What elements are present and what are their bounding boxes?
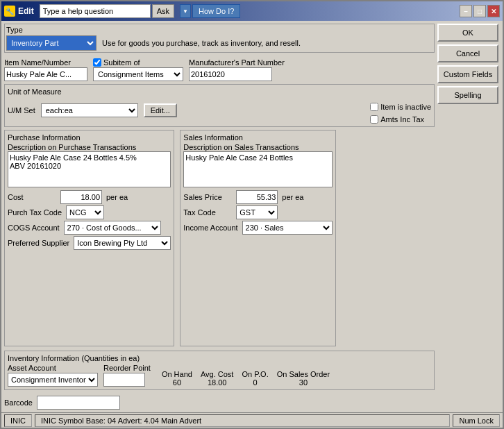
window-controls: – □ ✕	[460, 5, 500, 17]
purchase-title: Purchase Information	[8, 133, 171, 142]
item-name-group: Item Name/Number	[4, 58, 87, 81]
item-name-label: Item Name/Number	[4, 58, 87, 67]
inactive-checkbox[interactable]	[370, 103, 378, 111]
reorder-label: Reorder Point	[103, 364, 151, 372]
sales-section: Sales Information Description on Sales T…	[180, 130, 335, 346]
cost-label: Cost	[8, 193, 56, 201]
minimize-button[interactable]: –	[460, 5, 472, 17]
uom-section-label: Unit of Measure	[8, 87, 62, 96]
status-segment-1: INIC	[4, 414, 32, 427]
inactive-checkbox-label: Item is inactive	[370, 103, 431, 111]
ask-button[interactable]: Ask	[152, 4, 174, 18]
cost-unit: per ea	[106, 193, 128, 201]
cogs-row: COGS Account 270 · Cost of Goods...	[8, 221, 171, 235]
purch-tax-select[interactable]: NCG	[66, 205, 104, 219]
supplier-select[interactable]: Icon Brewing Pty Ltd	[74, 236, 171, 250]
item-name-row: Item Name/Number Subitem of Consignment …	[4, 58, 435, 81]
inventory-title: Inventory Information (Quantities in ea)	[8, 354, 140, 362]
sales-price-unit: per ea	[282, 193, 303, 201]
app-icon: 🔧	[4, 6, 15, 17]
sales-title: Sales Information	[183, 133, 332, 142]
status-segment-3: Num Lock	[453, 414, 500, 427]
supplier-row: Preferred Supplier Icon Brewing Pty Ltd	[8, 236, 171, 250]
asset-account-label: Asset Account	[8, 364, 98, 372]
type-section: Type Inventory Part Use for goods you pu…	[4, 24, 435, 53]
mfr-input[interactable]	[189, 67, 272, 81]
how-do-i-area: ▼ How Do I?	[180, 4, 240, 18]
subitem-checkbox[interactable]	[93, 58, 101, 67]
main-form: Type Inventory Part Use for goods you pu…	[4, 24, 435, 410]
tax-code-label: Tax Code	[183, 208, 232, 217]
item-name-input[interactable]	[4, 67, 87, 81]
avg-cost-value: 18.00	[208, 378, 227, 387]
title-bar: 🔧 Edit Ask ▼ How Do I? – □ ✕	[1, 1, 503, 21]
type-select[interactable]: Inventory Part	[6, 35, 96, 51]
asset-account-group: Asset Account Consignment Inventory	[8, 364, 98, 387]
sales-price-input[interactable]	[236, 190, 278, 204]
statusbar: INIC INIC Symbol Base: 04 Advert: 4.04 M…	[1, 412, 503, 428]
main-window: 🔧 Edit Ask ▼ How Do I? – □ ✕ Type Invent…	[0, 0, 504, 429]
subitem-checkbox-label: Subitem of	[93, 58, 183, 67]
subitem-group: Subitem of Consignment Items	[93, 58, 183, 81]
supplier-label: Preferred Supplier	[8, 239, 69, 247]
income-row: Income Account 230 · Sales	[183, 221, 332, 235]
subitem-label-text: Subitem of	[103, 58, 140, 67]
income-label: Income Account	[183, 224, 237, 232]
sales-price-row: Sales Price per ea	[183, 190, 332, 204]
sales-desc-input[interactable]: Husky Pale Ale Case 24 Bottles	[183, 151, 332, 187]
cost-row: Cost per ea	[8, 190, 171, 204]
custom-fields-button[interactable]: Custom Fields	[437, 65, 498, 83]
avg-cost-header: Avg. Cost	[201, 370, 234, 378]
on-po-header: On P.O.	[242, 370, 268, 378]
purchase-sales-section: Purchase Information Description on Purc…	[4, 130, 435, 346]
uom-edit-button[interactable]: Edit...	[144, 103, 177, 117]
close-button[interactable]: ✕	[487, 5, 500, 17]
ok-button[interactable]: OK	[437, 24, 498, 42]
uset-select[interactable]: each:ea	[41, 103, 138, 117]
asset-account-select[interactable]: Consignment Inventory	[8, 373, 98, 387]
help-area: Ask	[40, 4, 174, 18]
inactive-label: Item is inactive	[380, 103, 431, 111]
tax-code-select[interactable]: GST	[236, 205, 278, 219]
sales-desc-label: Description on Sales Transactions	[183, 143, 332, 151]
on-hand-header: On Hand	[162, 370, 192, 378]
barcode-input[interactable]	[37, 396, 120, 410]
amts-label: Amts Inc Tax	[380, 115, 424, 124]
barcode-label: Barcode	[4, 398, 33, 407]
side-buttons: OK Cancel Custom Fields Spelling	[437, 24, 500, 410]
how-do-i-arrow: ▼	[180, 4, 191, 18]
uset-label: U/M Set	[8, 106, 35, 115]
tax-code-row: Tax Code GST	[183, 205, 332, 219]
cancel-button[interactable]: Cancel	[437, 44, 498, 62]
content-area: Type Inventory Part Use for goods you pu…	[1, 21, 503, 412]
right-checkboxes: Item is inactive Amts Inc Tax	[370, 103, 431, 124]
maximize-button[interactable]: □	[473, 5, 486, 17]
income-select[interactable]: 230 · Sales	[242, 221, 333, 235]
on-po-value: 0	[253, 378, 258, 387]
amts-checkbox[interactable]	[370, 115, 378, 124]
type-label: Type	[6, 26, 432, 34]
spelling-button[interactable]: Spelling	[437, 86, 498, 104]
purch-tax-row: Purch Tax Code NCG	[8, 205, 171, 219]
on-so-header: On Sales Order	[277, 370, 330, 378]
mfr-label: Manufacturer's Part Number	[189, 58, 285, 67]
title-edit: Edit	[18, 6, 34, 16]
reorder-group: Reorder Point	[103, 364, 151, 387]
on-hand-value: 60	[173, 378, 181, 387]
uom-section: Unit of Measure U/M Set each:ea Edit... …	[4, 84, 435, 127]
purch-tax-label: Purch Tax Code	[8, 208, 62, 217]
inventory-section: Inventory Information (Quantities in ea)…	[4, 351, 435, 390]
uom-row: U/M Set each:ea Edit... Item is inactive	[8, 97, 431, 124]
status-segment-2: INIC Symbol Base: 04 Advert: 4.04 Main A…	[35, 414, 450, 427]
subitem-select[interactable]: Consignment Items	[93, 67, 183, 81]
purchase-desc-label: Description on Purchase Transactions	[8, 143, 171, 151]
purchase-desc-input[interactable]: Husky Pale Ale Case 24 Bottles 4.5% ABV …	[8, 151, 171, 187]
reorder-input[interactable]	[103, 373, 145, 387]
help-input[interactable]	[40, 4, 151, 18]
purchase-section: Purchase Information Description on Purc…	[4, 130, 174, 346]
type-row: Inventory Part Use for goods you purchas…	[6, 35, 432, 51]
amts-checkbox-label: Amts Inc Tax	[370, 115, 431, 124]
cost-input[interactable]	[60, 190, 102, 204]
how-do-i-button[interactable]: How Do I?	[192, 4, 240, 18]
cogs-select[interactable]: 270 · Cost of Goods...	[64, 221, 161, 235]
